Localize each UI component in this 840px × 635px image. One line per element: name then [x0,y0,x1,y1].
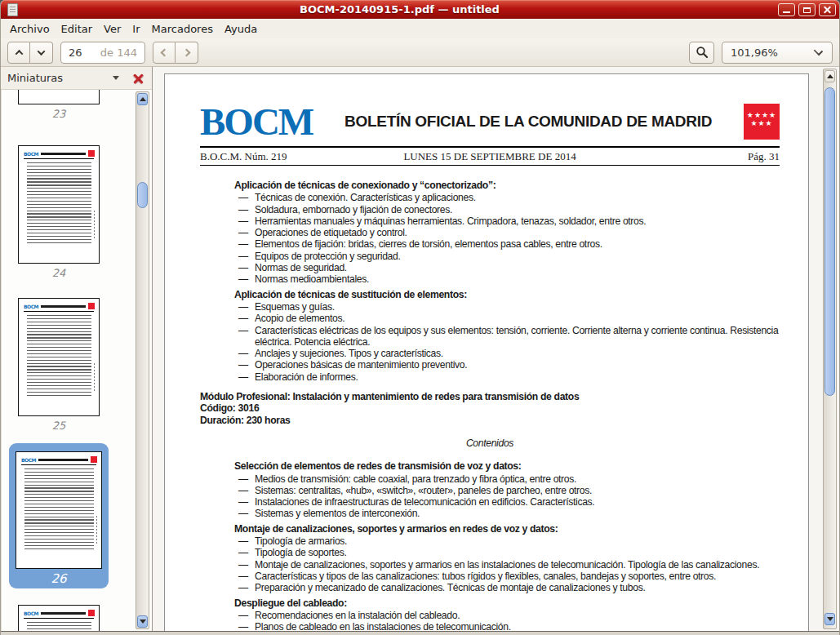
menu-item-editar[interactable]: Editar [56,20,99,38]
page-masthead: BOCM BOLETÍN OFICIAL DE LA COMUNIDAD DE … [200,104,780,140]
list-dash: — [238,496,248,508]
module-block: Módulo Profesional: Instalación y manten… [200,391,780,426]
thumbnail-page-partial[interactable]: BOCM [18,605,100,631]
list-item-text: Normas medioambientales. [255,273,369,285]
triangle-up-icon [827,74,833,78]
chevron-down-icon [38,47,46,56]
list-dash: — [238,571,248,582]
bulletin-date: LUNES 15 DE SEPTIEMBRE DE 2014 [380,150,600,163]
list-dash: — [238,559,248,571]
list-dash: — [238,535,248,547]
mini-margin-text [94,363,95,393]
list-item: —Herramientas manuales y máquinas herram… [200,215,780,227]
document-scrollbar[interactable] [823,69,837,629]
history-forward-button[interactable] [176,42,198,64]
document-view: BOCM BOLETÍN OFICIAL DE LA COMUNIDAD DE … [153,67,839,631]
mini-title-line [41,153,86,155]
module-line: Duración: 230 horas [200,415,780,426]
sidebar-view-selector[interactable]: Miniaturas [7,72,113,84]
list-item-text: Sistemas: centralitas, «hub», «switch», … [255,485,592,496]
thumbnail-page-25[interactable]: BOCM25 [18,298,100,433]
list-item: —Anclajes y sujeciones. Tipos y caracter… [200,348,780,359]
page-number-input[interactable] [61,47,97,59]
menu-item-ayuda[interactable]: Ayuda [219,20,263,38]
minimize-button[interactable] [778,3,795,16]
list-item-text: Equipos de protección y seguridad. [255,251,400,262]
module-line: Código: 3016 [200,402,780,414]
list-dash: — [238,262,248,273]
thumbnail-page-23[interactable]: 23 [18,90,100,121]
scroll-up-button[interactable] [824,70,835,82]
close-window-button[interactable] [819,3,836,16]
list-item: —Características eléctricas de los equip… [200,325,780,349]
page-total-label: de 144 [97,47,144,59]
list-item-text: Características y tipos de las canalizac… [255,571,716,582]
list-dash: — [238,215,248,227]
search-icon [696,46,709,59]
previous-page-button[interactable] [7,42,30,64]
document-scrollbar-thumb[interactable] [824,87,835,396]
zoom-level-select[interactable]: 101,96% [722,42,833,64]
list-item: —Medios de transmisión: cable coaxial, p… [200,473,780,485]
list-item: —Equipos de protección y seguridad. [200,251,780,262]
mini-rule [24,158,94,159]
pdf-page: BOCM BOLETÍN OFICIAL DE LA COMUNIDAD DE … [164,73,809,631]
list-item-text: Montaje de canalizaciones, soportes y ar… [255,559,759,571]
page-number-field: de 144 [60,42,145,64]
history-back-button[interactable] [153,42,176,64]
list-item-text: Tipología de soportes. [255,547,346,558]
list-item-text: Soldadura, embornado y fijación de conec… [255,204,452,215]
thumbnail-label: 26 [51,572,66,585]
list-item: —Sistemas y elementos de interconexión. [200,508,780,519]
mini-flag-icon [88,150,95,157]
list-dash: — [238,547,248,558]
list-dash: — [238,610,248,621]
section-heading: Selección de elementos de redes de trans… [234,460,780,472]
maximize-icon [803,7,811,13]
search-button[interactable] [689,42,714,64]
list-item: —Planos de cableado en las instalaciones… [200,621,780,631]
mini-flag-icon [91,456,97,463]
window-document-icon [7,3,18,16]
menu-item-ver[interactable]: Ver [98,20,127,38]
triangle-down-icon [140,619,146,624]
next-page-button[interactable] [30,42,53,64]
scroll-down-button[interactable] [137,615,148,628]
thumbnail-page-26[interactable]: BOCM26 [9,443,109,588]
sidebar-scrollbar-thumb[interactable] [137,182,148,208]
mini-bocm-logo: BOCM [24,304,38,309]
mini-title-line [41,612,86,615]
mini-flag-icon [88,303,95,309]
thumbnail-list: 23BOCM24BOCM25BOCM26BOCM [2,90,116,631]
list-item: —Operaciones de etiquetado y control. [200,227,780,238]
triangle-up-icon [140,97,146,101]
menu-item-marcadores[interactable]: Marcadores [146,20,219,38]
list-item: —Técnicas de conexión. Características y… [200,192,780,203]
menu-item-archivo[interactable]: Archivo [4,20,56,38]
thumbnail-page-24[interactable]: BOCM24 [18,145,100,280]
bulletin-number: B.O.C.M. Núm. 219 [200,150,380,163]
masthead-title: BOLETÍN OFICIAL DE LA COMUNIDAD DE MADRI… [313,113,744,131]
mini-bocm-logo: BOCM [21,457,36,463]
list-dash: — [238,238,248,250]
list-dash: — [238,485,248,496]
list-dash: — [238,325,248,336]
list-item: —Preparación y mecanizado de canalizacio… [200,582,780,593]
menu-item-ir[interactable]: Ir [127,20,145,38]
scroll-down-button[interactable] [824,613,835,625]
scroll-up-button[interactable] [137,93,148,105]
triangle-down-icon[interactable] [113,76,119,80]
list-item: —Esquemas y guías. [200,301,780,313]
thumbnail-page-image [18,90,100,104]
maximize-button[interactable] [798,3,816,16]
sidebar-scrollbar[interactable] [136,91,149,629]
mini-margin-text [94,211,95,240]
list-dash: — [238,204,248,215]
list-dash: — [238,508,248,519]
close-sidebar-button[interactable] [131,71,145,86]
list-item-text: Elaboración de informes. [255,371,358,383]
thumbnail-mini-header: BOCM [21,456,97,463]
mini-title-line [38,459,88,461]
pdf-viewer-window: BOCM-20140915-1.pdf — untitled ArchivoEd… [0,0,840,635]
centered-subtitle: Contenidos [200,437,780,449]
